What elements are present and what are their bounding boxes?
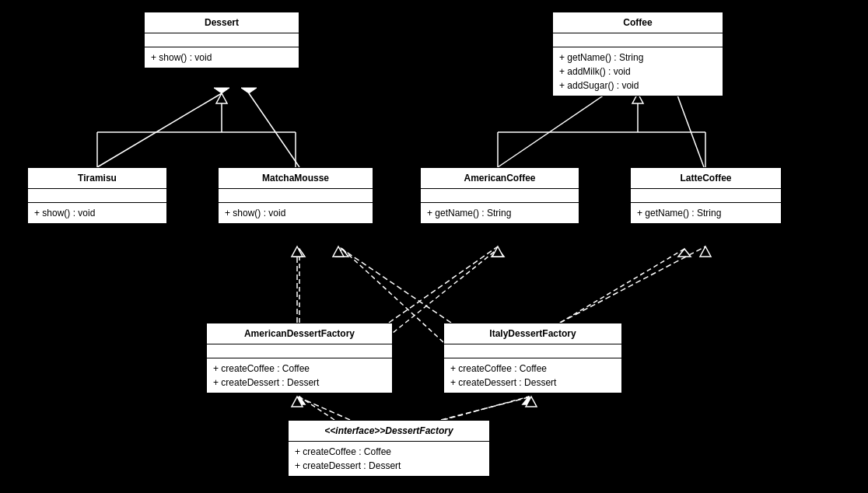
class-matchamousse-name: MatchaMousse <box>219 168 373 189</box>
svg-line-4 <box>498 93 607 167</box>
svg-marker-13 <box>336 249 348 257</box>
class-tiramisu-name: Tiramisu <box>28 168 166 189</box>
svg-marker-37 <box>700 247 711 257</box>
svg-marker-41 <box>526 397 537 407</box>
class-americandessertfactory-methods: + createCoffee : Coffee + createDessert … <box>207 358 392 393</box>
svg-marker-17 <box>294 397 305 404</box>
svg-line-36 <box>560 247 705 323</box>
svg-line-14 <box>560 249 684 323</box>
svg-marker-1 <box>214 88 229 93</box>
class-americancoffee-methods: + getName() : String <box>421 203 579 223</box>
class-matchamousse: MatchaMousse + show() : void <box>218 167 373 224</box>
class-americancoffee: AmericanCoffee + getName() : String <box>420 167 579 224</box>
class-lattecoffee-methods: + getName() : String <box>631 203 781 223</box>
class-dessert-methods: + show() : void <box>145 47 299 68</box>
class-americandessertfactory-name: AmericanDessertFactory <box>207 323 392 344</box>
class-coffee: Coffee + getName() : String + addMilk() … <box>552 12 723 96</box>
svg-line-16 <box>299 397 334 420</box>
svg-marker-39 <box>292 397 303 407</box>
svg-line-38 <box>297 397 350 420</box>
connections-svg <box>0 0 868 493</box>
class-tiramisu: Tiramisu + show() : void <box>27 167 167 224</box>
class-coffee-attrs <box>553 33 723 47</box>
class-italydessertfactory: ItalyDessertFactory + createCoffee : Cof… <box>443 323 622 393</box>
class-dessert: Dessert + show() : void <box>144 12 299 68</box>
svg-line-18 <box>443 397 529 420</box>
class-tiramisu-attrs <box>28 189 166 203</box>
svg-line-40 <box>441 397 531 420</box>
svg-marker-9 <box>294 249 305 257</box>
class-dessertfactory-methods: + createCoffee : Coffee + createDessert … <box>289 442 489 476</box>
class-matchamousse-methods: + show() : void <box>219 203 373 223</box>
class-dessert-name: Dessert <box>145 12 299 33</box>
svg-marker-3 <box>241 88 257 93</box>
class-italydessertfactory-name: ItalyDessertFactory <box>444 323 621 344</box>
class-lattecoffee-attrs <box>631 189 781 203</box>
class-dessert-attrs <box>145 33 299 47</box>
svg-marker-11 <box>492 249 504 257</box>
class-tiramisu-methods: + show() : void <box>28 203 166 223</box>
class-americancoffee-attrs <box>421 189 579 203</box>
svg-line-32 <box>389 247 498 323</box>
svg-marker-15 <box>678 249 691 257</box>
class-italydessertfactory-attrs <box>444 344 621 358</box>
class-lattecoffee-name: LatteCoffee <box>631 168 781 189</box>
connections-svg-2 <box>0 0 868 493</box>
svg-marker-19 <box>523 397 535 404</box>
class-americandessertfactory: AmericanDessertFactory + createCoffee : … <box>206 323 393 393</box>
svg-marker-31 <box>292 247 303 257</box>
svg-marker-33 <box>492 247 503 257</box>
svg-line-0 <box>97 93 222 167</box>
class-matchamousse-attrs <box>219 189 373 203</box>
svg-line-6 <box>677 93 704 167</box>
svg-line-2 <box>249 93 299 167</box>
svg-marker-24 <box>216 93 227 103</box>
uml-diagram: Dessert + show() : void Coffee + getName… <box>0 0 868 493</box>
class-dessertfactory-name: <<interface>>DessertFactory <box>289 421 489 442</box>
class-americandessertfactory-attrs <box>207 344 392 358</box>
class-coffee-methods: + getName() : String + addMilk() : void … <box>553 47 723 96</box>
class-lattecoffee: LatteCoffee + getName() : String <box>630 167 782 224</box>
class-americancoffee-name: AmericanCoffee <box>421 168 579 189</box>
svg-line-34 <box>338 247 451 323</box>
class-italydessertfactory-methods: + createCoffee : Coffee + createDessert … <box>444 358 621 393</box>
svg-marker-35 <box>333 247 344 257</box>
class-dessertfactory: <<interface>>DessertFactory + createCoff… <box>288 420 490 477</box>
class-coffee-name: Coffee <box>553 12 723 33</box>
